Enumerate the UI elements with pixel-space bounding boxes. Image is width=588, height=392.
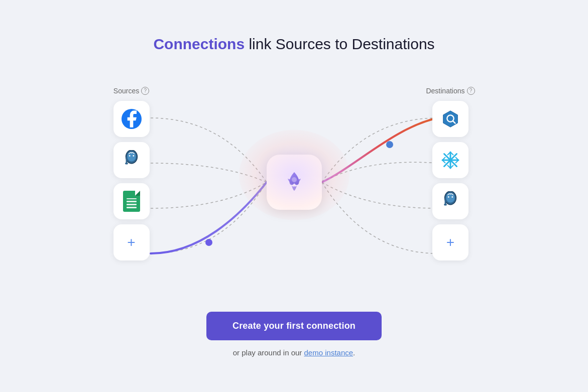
destination-snowflake[interactable]: [432, 142, 468, 178]
destinations-help-icon: ?: [467, 87, 475, 95]
destination-postgres[interactable]: [432, 183, 468, 219]
svg-point-0: [205, 239, 212, 246]
svg-point-5: [125, 162, 128, 164]
snowflake-icon: [440, 150, 460, 170]
svg-point-24: [449, 159, 452, 162]
sheets-icon: [123, 191, 140, 212]
add-destination-card[interactable]: +: [432, 224, 468, 260]
svg-rect-27: [445, 198, 446, 204]
add-source-icon: +: [127, 235, 135, 249]
hub-wrapper: [267, 155, 322, 210]
footer-text-after: .: [353, 348, 355, 357]
svg-point-6: [129, 155, 130, 157]
footer-text-before: or play around in our: [233, 348, 304, 357]
sources-help-icon: ?: [141, 87, 149, 95]
destinations-list: +: [432, 101, 468, 260]
facebook-icon: [122, 109, 142, 129]
svg-point-7: [133, 155, 134, 157]
source-postgres[interactable]: [113, 142, 150, 178]
destination-hex-search[interactable]: [432, 101, 468, 137]
title-highlight: Connections: [153, 36, 245, 52]
page-title: Connections link Sources to Destinations: [153, 36, 434, 53]
sources-list: +: [113, 101, 150, 260]
page-container: Connections link Sources to Destinations: [0, 0, 588, 392]
svg-point-1: [386, 141, 393, 148]
title-rest: link Sources to Destinations: [245, 36, 435, 52]
destinations-label: Destinations ?: [426, 87, 475, 95]
svg-point-26: [446, 193, 454, 202]
svg-marker-9: [443, 110, 458, 126]
destinations-column: Destinations ?: [426, 87, 475, 260]
footer-text: or play around in our demo instance.: [233, 348, 356, 357]
sources-column: Sources ?: [113, 87, 150, 260]
postgres-dest-icon: [440, 191, 460, 211]
demo-instance-link[interactable]: demo instance: [304, 348, 354, 357]
svg-point-8: [292, 177, 297, 182]
svg-rect-4: [126, 157, 127, 163]
svg-point-30: [451, 196, 453, 198]
airbyte-hub: [267, 155, 322, 210]
svg-point-28: [444, 203, 447, 205]
postgres-icon: [122, 150, 142, 170]
source-sheets[interactable]: [113, 183, 150, 219]
svg-point-3: [127, 152, 136, 161]
diagram-area: Sources ?: [98, 77, 490, 288]
add-source-card[interactable]: +: [113, 224, 150, 260]
airbyte-logo: [277, 165, 312, 200]
add-destination-icon: +: [446, 235, 454, 249]
source-facebook[interactable]: [113, 101, 150, 137]
create-connection-button[interactable]: Create your first connection: [206, 312, 382, 340]
sources-label: Sources ?: [113, 87, 149, 95]
svg-point-29: [448, 196, 449, 198]
hex-search-icon: [440, 109, 460, 129]
